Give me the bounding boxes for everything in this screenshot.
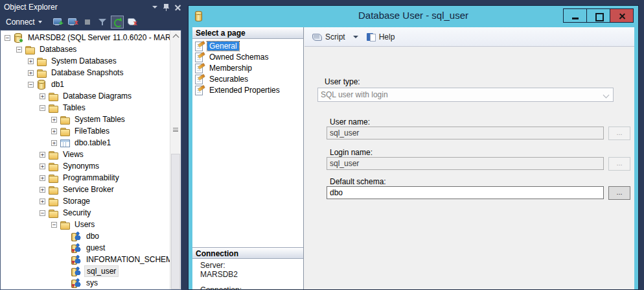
tree-row[interactable]: + System Tables bbox=[1, 114, 181, 125]
page-item[interactable]: Extended Properties bbox=[192, 84, 303, 95]
tree-node-icon bbox=[48, 173, 58, 183]
dialog-titlebar[interactable]: Database User - sql_user bbox=[189, 6, 638, 27]
tree-node-icon bbox=[48, 196, 58, 206]
chevron-down-icon bbox=[603, 92, 610, 99]
expander-icon[interactable]: + bbox=[40, 163, 45, 169]
tree-row[interactable]: sql_user bbox=[1, 265, 181, 277]
default-schema-browse-button[interactable]: ... bbox=[608, 186, 630, 200]
tree-node-label: Users bbox=[73, 219, 97, 230]
expander-icon[interactable]: + bbox=[40, 152, 45, 158]
expander-icon[interactable]: − bbox=[28, 82, 34, 88]
dialog-toolbar: Script Help bbox=[305, 27, 634, 47]
refresh-button[interactable] bbox=[111, 16, 124, 29]
tree-row[interactable]: + Storage bbox=[1, 195, 181, 207]
expander-icon[interactable]: + bbox=[28, 58, 34, 64]
tree-row[interactable]: − Security bbox=[1, 207, 181, 219]
close-panel-icon[interactable] bbox=[175, 5, 181, 10]
page-item[interactable]: Owned Schemas bbox=[192, 51, 303, 62]
script-dropdown-button[interactable] bbox=[349, 32, 362, 42]
tree-node-label: db1 bbox=[49, 79, 66, 90]
expander-icon[interactable]: + bbox=[40, 199, 45, 204]
object-explorer-titlebar: Object Explorer bbox=[0, 0, 185, 14]
tree-row[interactable]: + Programmability bbox=[1, 172, 181, 184]
connection-section: Server: MARSDB2 Connection: bbox=[200, 261, 302, 289]
tree-row[interactable]: + Service Broker bbox=[1, 184, 181, 195]
minimize-button[interactable] bbox=[563, 8, 587, 23]
maximize-button[interactable] bbox=[586, 8, 610, 23]
server-label: Server: bbox=[200, 261, 302, 270]
tree-row[interactable]: dbo bbox=[1, 230, 181, 242]
tree-node-icon bbox=[13, 32, 23, 43]
tree-row[interactable]: + System Databases bbox=[1, 55, 181, 67]
expander-icon[interactable]: − bbox=[51, 222, 57, 228]
user-type-label: User type: bbox=[325, 77, 360, 86]
database-user-dialog: Database User - sql_user Select a page bbox=[188, 5, 639, 290]
tree-node-label: System Tables bbox=[73, 114, 127, 125]
page-item-label: Extended Properties bbox=[207, 86, 282, 95]
expander-icon[interactable]: − bbox=[5, 35, 10, 41]
scrollbar-thumb[interactable] bbox=[171, 154, 180, 289]
tree-row[interactable]: guest bbox=[1, 242, 181, 254]
disconnect-server-button[interactable] bbox=[66, 16, 79, 29]
expander-icon[interactable]: + bbox=[40, 175, 45, 181]
tree-node-icon bbox=[71, 266, 82, 276]
tree-node-label: MARSDB2 (SQL Server 11.0.6020 - MARSD bbox=[26, 32, 181, 43]
tree-row[interactable]: INFORMATION_SCHEMA bbox=[1, 254, 181, 265]
tree-row[interactable]: + Views bbox=[1, 149, 181, 160]
tree-row[interactable]: + dbo.table1 bbox=[1, 137, 181, 149]
expander-icon[interactable]: − bbox=[40, 210, 45, 216]
stop-button[interactable] bbox=[81, 16, 94, 29]
window-button-icon bbox=[564, 9, 586, 22]
tree-row[interactable]: + Synonyms bbox=[1, 160, 181, 172]
scroll-up-icon[interactable] bbox=[170, 30, 181, 42]
tree-row[interactable]: − Tables bbox=[1, 102, 181, 114]
expander-icon[interactable]: + bbox=[40, 93, 45, 99]
tree-node-icon bbox=[48, 91, 58, 101]
script-icon bbox=[312, 32, 323, 42]
tree-node-icon bbox=[36, 79, 47, 90]
expander-icon[interactable]: + bbox=[51, 140, 57, 146]
connect-server-button[interactable] bbox=[51, 16, 64, 29]
tree-row[interactable]: sys bbox=[1, 277, 181, 289]
tree-node-label: Programmability bbox=[61, 173, 121, 183]
tree-row[interactable]: + Database Snapshots bbox=[1, 67, 181, 79]
page-icon bbox=[194, 85, 205, 95]
close-button[interactable] bbox=[610, 8, 634, 23]
tree-node-label: Synonyms bbox=[61, 161, 101, 171]
error-log-button[interactable] bbox=[126, 16, 139, 29]
tree-row[interactable]: − Databases bbox=[1, 43, 181, 55]
window-position-menu-icon[interactable] bbox=[152, 6, 157, 8]
toolbar-button-icon bbox=[97, 17, 108, 27]
tree-row[interactable]: + Database Diagrams bbox=[1, 90, 181, 102]
user-name-label: User name: bbox=[330, 117, 370, 127]
tree-row[interactable]: + FileTables bbox=[1, 125, 181, 137]
tree-node-icon bbox=[48, 184, 58, 195]
expander-icon[interactable]: − bbox=[16, 47, 22, 53]
tree-node-label: Database Snapshots bbox=[49, 67, 125, 78]
expander-icon[interactable]: + bbox=[51, 128, 57, 134]
window-button-icon bbox=[587, 9, 610, 22]
page-item[interactable]: Securables bbox=[192, 73, 303, 84]
tree-row[interactable]: − MARSDB2 (SQL Server 11.0.6020 - MARSD bbox=[1, 32, 181, 43]
page-icon bbox=[194, 52, 205, 62]
toolbar-button-icon bbox=[52, 17, 63, 27]
expander-icon[interactable]: − bbox=[40, 105, 45, 111]
tree-node-label: System Databases bbox=[49, 56, 119, 66]
page-item[interactable]: Membership bbox=[192, 62, 303, 73]
tree-row[interactable]: − db1 bbox=[1, 79, 181, 90]
window-button-icon bbox=[610, 9, 633, 22]
user-name-field: sql_user bbox=[327, 127, 604, 139]
filter-button[interactable] bbox=[96, 16, 109, 29]
pin-icon[interactable] bbox=[163, 3, 169, 11]
expander-icon[interactable]: + bbox=[28, 70, 34, 76]
tree-scrollbar[interactable] bbox=[170, 30, 181, 289]
default-schema-field[interactable]: dbo bbox=[327, 186, 604, 199]
tree-node-icon bbox=[60, 126, 70, 136]
expander-icon[interactable]: + bbox=[40, 187, 45, 193]
expander-icon[interactable]: + bbox=[51, 117, 57, 123]
help-button[interactable]: Help bbox=[363, 30, 398, 44]
script-button[interactable]: Script bbox=[310, 30, 348, 44]
connect-button[interactable]: Connect bbox=[3, 16, 45, 28]
tree-row[interactable]: − Users bbox=[1, 219, 181, 230]
page-item[interactable]: General bbox=[192, 40, 303, 51]
